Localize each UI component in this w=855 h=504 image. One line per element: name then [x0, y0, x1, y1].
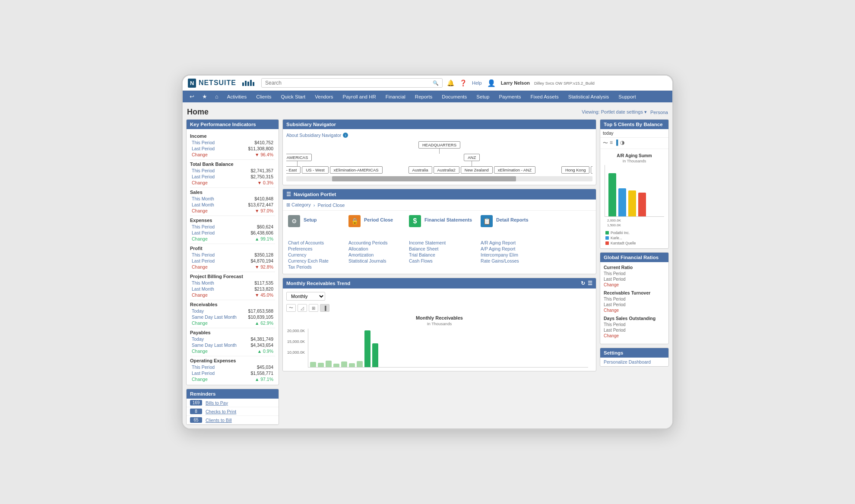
- nav-quickstart[interactable]: Quick Start: [276, 91, 310, 102]
- nav-reports[interactable]: Reports: [411, 91, 437, 102]
- reminder-bills: 169 Bills to Pay: [187, 399, 279, 407]
- nav-activities[interactable]: Activities: [223, 91, 251, 102]
- gfr-row: Last Period: [604, 276, 665, 282]
- kpi-profit-title: Profit: [190, 246, 275, 251]
- logo-area: N NETSUITE: [188, 79, 257, 88]
- page-title: Home: [187, 108, 209, 117]
- persona-label[interactable]: Persona: [650, 110, 668, 115]
- org-node-americas[interactable]: AMERICAS: [286, 154, 312, 161]
- right-sidebar: Top 5 Clients By Balance today 〜 ≡ ▐ ◑ A…: [600, 119, 669, 425]
- line-icon[interactable]: 〜: [603, 139, 608, 147]
- link-allocation[interactable]: Allocation: [348, 246, 400, 251]
- link-tax-periods[interactable]: Tax Periods: [288, 264, 340, 269]
- org-node-anz[interactable]: ANZ: [464, 154, 480, 161]
- chart-type-buttons: 〜 ≡ ▐ ◑: [600, 138, 668, 149]
- help-label[interactable]: Help: [472, 80, 482, 86]
- bar-chart-active-icon[interactable]: ▐: [614, 139, 618, 147]
- setup-title: Setup: [304, 217, 317, 222]
- link-ar-aging[interactable]: A/R Aging Report: [481, 240, 532, 245]
- settings-panel: Settings Personalize Dashboard: [600, 348, 669, 367]
- clients-link[interactable]: Clients to Bill: [206, 418, 232, 423]
- link-statistical-journals[interactable]: Statistical Journals: [348, 258, 400, 263]
- kpi-row: Change ▲ 62.9%: [190, 320, 275, 326]
- legend-podatki: Podatki Inc.: [605, 231, 663, 235]
- page-header: Home Viewing: Portlet date settings ▾ Pe…: [186, 106, 669, 119]
- org-node-nz[interactable]: New Zealand: [461, 166, 493, 174]
- link-balance-sheet[interactable]: Balance Sheet: [409, 246, 472, 251]
- nav-clients[interactable]: Clients: [252, 91, 276, 102]
- help-icon[interactable]: ❓: [459, 79, 467, 86]
- period-close-title: Period Close: [364, 217, 393, 222]
- link-trial-balance[interactable]: Trial Balance: [409, 252, 472, 257]
- nav-fixed-assets[interactable]: Fixed Assets: [526, 91, 563, 102]
- home-icon[interactable]: ⌂: [212, 91, 222, 102]
- table-icon[interactable]: ⊞: [309, 304, 318, 312]
- viewing-info[interactable]: Viewing: Portlet date settings ▾: [582, 109, 647, 115]
- nav-documents[interactable]: Documents: [437, 91, 471, 102]
- link-income-statement[interactable]: Income Statement: [409, 240, 472, 245]
- org-node-australia2[interactable]: Australia2: [434, 166, 459, 174]
- refresh-icon[interactable]: ↻: [581, 280, 585, 286]
- bar-chart-type-icon[interactable]: ▐: [320, 304, 329, 312]
- nav-support[interactable]: Support: [614, 91, 640, 102]
- nav-statistical[interactable]: Statistical Analysis: [564, 91, 614, 102]
- link-currency[interactable]: Currency: [288, 252, 340, 257]
- kpi-divider: [190, 272, 275, 272]
- link-ap-aging[interactable]: A/P Aging Report: [481, 246, 532, 251]
- breadcrumb-arrow: ›: [314, 203, 315, 208]
- notification-icon[interactable]: 🔔: [447, 79, 454, 86]
- star-icon[interactable]: ★: [199, 91, 211, 102]
- back-icon[interactable]: ↩: [186, 91, 198, 102]
- horizontal-scrollbar[interactable]: [286, 176, 592, 181]
- ar-bars-container: [605, 165, 664, 217]
- pie-chart-icon[interactable]: ◑: [620, 139, 624, 147]
- link-cash-flows[interactable]: Cash Flows: [409, 258, 472, 263]
- link-accounting-periods[interactable]: Accounting Periods: [348, 240, 400, 245]
- link-rate-gains[interactable]: Rate Gains/Losses: [481, 258, 532, 263]
- filter-icon[interactable]: ≡: [610, 139, 613, 147]
- nav-setup[interactable]: Setup: [472, 91, 494, 102]
- breadcrumb-period-close[interactable]: Period Close: [317, 203, 345, 208]
- monthly-bar-tall: [364, 330, 370, 367]
- search-bar[interactable]: 🔍: [261, 78, 443, 88]
- org-node-japan[interactable]: Japan: [591, 166, 592, 174]
- kpi-opex-title: Operating Expenses: [190, 358, 275, 363]
- link-preferences[interactable]: Preferences: [288, 246, 340, 251]
- org-node-xelim-anz[interactable]: xElimination - ANZ: [494, 166, 535, 174]
- clients-count: 65: [190, 417, 202, 423]
- kpi-row: This Period $60,624: [190, 224, 275, 230]
- bills-link[interactable]: Bills to Pay: [206, 400, 228, 406]
- org-node-useast[interactable]: US - East: [286, 166, 301, 174]
- monthly-content: Monthly Weekly Quarterly 〜 ◿ ⊞ ▐ Monthly…: [283, 288, 596, 371]
- checks-link[interactable]: Checks to Print: [206, 409, 236, 414]
- menu-dots-icon[interactable]: ☰: [588, 280, 592, 286]
- org-node-hq[interactable]: HEADQUARTERS: [418, 141, 460, 149]
- monthly-dropdown-select[interactable]: Monthly Weekly Quarterly: [286, 292, 325, 301]
- nav-payroll[interactable]: Payroll and HR: [338, 91, 380, 102]
- org-node-uswest[interactable]: US - West: [302, 166, 328, 174]
- link-chart-of-accounts[interactable]: Chart of Accounts: [288, 240, 340, 245]
- kpi-row: Change ▼ 97.0%: [190, 208, 275, 214]
- monthly-dropdown-row: Monthly Weekly Quarterly: [286, 292, 592, 301]
- kpi-row: This Period $45,034: [190, 364, 275, 370]
- sub-nav-about[interactable]: About Subsidiary Navigator i: [286, 133, 592, 138]
- nav-financial[interactable]: Financial: [381, 91, 410, 102]
- org-node-xelim-am[interactable]: xElimination-AMERICAS: [330, 166, 383, 174]
- link-amortization[interactable]: Amortization: [348, 252, 400, 257]
- line-chart-icon[interactable]: 〜: [286, 304, 296, 312]
- search-input[interactable]: [265, 80, 433, 86]
- org-node-australia[interactable]: Australia: [408, 166, 432, 174]
- link-currency-exch[interactable]: Currency Exch Rate: [288, 258, 340, 263]
- area-chart-icon[interactable]: ◿: [298, 304, 307, 312]
- bar5: [253, 82, 254, 86]
- org-node-hk[interactable]: Hong Kong: [561, 166, 590, 174]
- link-intercompany[interactable]: Intercompany Elim: [481, 252, 532, 257]
- nav-vendors[interactable]: Vendors: [310, 91, 337, 102]
- breadcrumb-category[interactable]: ⊞ Category: [286, 202, 311, 208]
- monthly-bar: [349, 363, 355, 367]
- nav-payments[interactable]: Payments: [494, 91, 525, 102]
- personalize-dashboard-link[interactable]: Personalize Dashboard: [600, 358, 668, 366]
- gfr-days-sales: Days Sales Outstanding This Period Last …: [604, 316, 665, 339]
- info-icon[interactable]: i: [343, 133, 348, 138]
- nav-portlet-header: ☰ Navigation Portlet: [283, 189, 596, 200]
